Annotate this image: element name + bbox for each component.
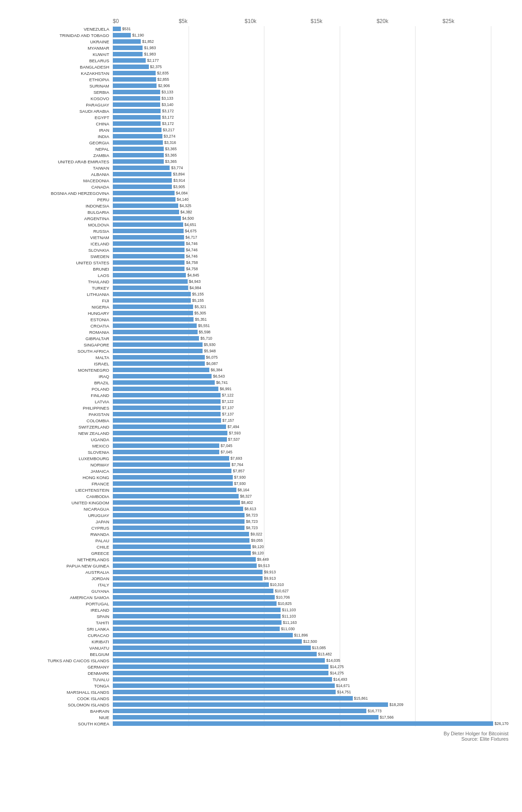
bar-wrap: $8,723 (113, 526, 508, 530)
bar (113, 702, 388, 707)
bar-row: COOK ISLANDS$15,861 (14, 696, 508, 701)
country-label: MACEDONIA (14, 178, 113, 183)
country-label: TURKEY (14, 286, 113, 291)
bar-wrap: $6,991 (113, 387, 508, 391)
bar-value-label: $9,120 (252, 544, 264, 549)
country-label: RWANDA (14, 532, 113, 537)
source-attribution: By Dieter Holger for BitcoinistSource: E… (14, 731, 508, 742)
bar-wrap: $1,983 (113, 46, 508, 50)
bar-value-label: $3,905 (173, 185, 185, 189)
bar (113, 475, 233, 480)
bar-wrap: $10,825 (113, 601, 508, 606)
bar-wrap: $14,751 (113, 690, 508, 694)
bar (113, 627, 280, 631)
bar-row: TONGA$14,671 (14, 683, 508, 688)
bar-value-label: $3,894 (173, 172, 185, 176)
bar-value-label: $9,913 (264, 576, 276, 581)
bar-wrap: $10,627 (113, 589, 508, 593)
bar-wrap: $11,103 (113, 608, 508, 612)
bar-value-label: $3,316 (164, 140, 176, 145)
bar (113, 450, 219, 454)
bar-row: BELARUS$2,177 (14, 58, 508, 63)
country-label: ROMANIA (14, 330, 113, 335)
bar (113, 96, 160, 101)
bar-row: NIGERIA$5,321 (14, 304, 508, 309)
bar (113, 443, 219, 448)
bar-row: GUYANA$10,627 (14, 588, 508, 594)
bar-row: KUWAIT$1,983 (14, 51, 508, 57)
bar-row: PALAU$9,055 (14, 538, 508, 543)
bar (113, 387, 218, 391)
bar-wrap: $5,710 (113, 336, 508, 341)
bar-value-label: $7,137 (222, 412, 234, 416)
bar (113, 519, 245, 524)
bar-value-label: $5,351 (195, 317, 207, 322)
bar (113, 469, 231, 473)
bar (113, 178, 172, 183)
bar (113, 140, 163, 145)
bar-value-label: $6,741 (216, 380, 228, 385)
bar-row: SPAIN$11,103 (14, 614, 508, 619)
bar-wrap: $5,305 (113, 311, 508, 315)
country-label: BRUNEI (14, 267, 113, 272)
bar-row: URUGUAY$8,723 (14, 512, 508, 518)
country-label: JORDAN (14, 576, 113, 581)
bar-row: LIECHTENSTEIN$8,164 (14, 487, 508, 493)
bar (113, 538, 249, 543)
bar-row: HONG KONG$7,930 (14, 475, 508, 480)
bar-row: KIRIBATI$12,500 (14, 639, 508, 644)
bar-row: BAHRAIN$16,773 (14, 708, 508, 714)
bar-wrap: $4,675 (113, 229, 508, 233)
country-label: HONG KONG (14, 475, 113, 480)
bar-row: NEPAL$3,365 (14, 146, 508, 152)
bar-value-label: $3,217 (163, 128, 175, 132)
bar-wrap: $8,327 (113, 494, 508, 498)
bar-wrap: $6,075 (113, 355, 508, 360)
bar-value-label: $11,103 (282, 608, 296, 612)
bar-row: MOLDOVA$4,651 (14, 222, 508, 227)
bar-row: PARAGUAY$3,140 (14, 102, 508, 107)
country-label: SRI LANKA (14, 627, 113, 632)
bar-row: IRAN$3,217 (14, 127, 508, 133)
bar (113, 494, 239, 498)
country-label: UGANDA (14, 437, 113, 442)
bar-value-label: $10,825 (278, 601, 292, 606)
bar-row: PERU$4,140 (14, 197, 508, 202)
bar (113, 557, 256, 562)
bar-value-label: $6,087 (206, 361, 218, 366)
bar-wrap: $4,746 (113, 254, 508, 258)
bar-row: SURINAM$2,906 (14, 83, 508, 88)
country-label: PAPUA NEW GUINEA (14, 563, 113, 568)
bar-wrap: $7,122 (113, 399, 508, 404)
bar (113, 254, 185, 258)
bar-value-label: $7,122 (222, 393, 234, 397)
bar-value-label: $5,710 (200, 336, 212, 341)
bar-value-label: $2,855 (157, 77, 169, 82)
bar-wrap: $3,217 (113, 128, 508, 132)
bar (113, 134, 162, 138)
country-label: NIGERIA (14, 304, 113, 309)
bar (113, 696, 353, 701)
country-label: NETHERLANDS (14, 557, 113, 562)
bar-wrap: $14,493 (113, 677, 508, 682)
axis-label-3: $15k (311, 18, 377, 24)
bar-value-label: $4,758 (186, 267, 198, 271)
country-label: BRAZIL (14, 380, 113, 385)
bar-wrap: $4,943 (113, 279, 508, 284)
bar (113, 273, 186, 277)
axis-label-5: $25k (443, 18, 508, 24)
bar (113, 90, 160, 94)
bar-value-label: $4,845 (187, 273, 199, 277)
bar-value-label: $4,651 (185, 222, 196, 227)
bar-wrap: $7,764 (113, 462, 508, 467)
country-label: MONTENEGRO (14, 368, 113, 373)
country-label: MOLDOVA (14, 222, 113, 227)
bar (113, 608, 281, 612)
bar-value-label: $5,948 (204, 349, 216, 353)
bar (113, 570, 263, 574)
bar-wrap: $3,365 (113, 159, 508, 164)
bar-wrap: $4,325 (113, 203, 508, 208)
country-label: SPAIN (14, 614, 113, 619)
country-label: LIECHTENSTEIN (14, 488, 113, 493)
bar-row: ICELAND$4,746 (14, 241, 508, 246)
